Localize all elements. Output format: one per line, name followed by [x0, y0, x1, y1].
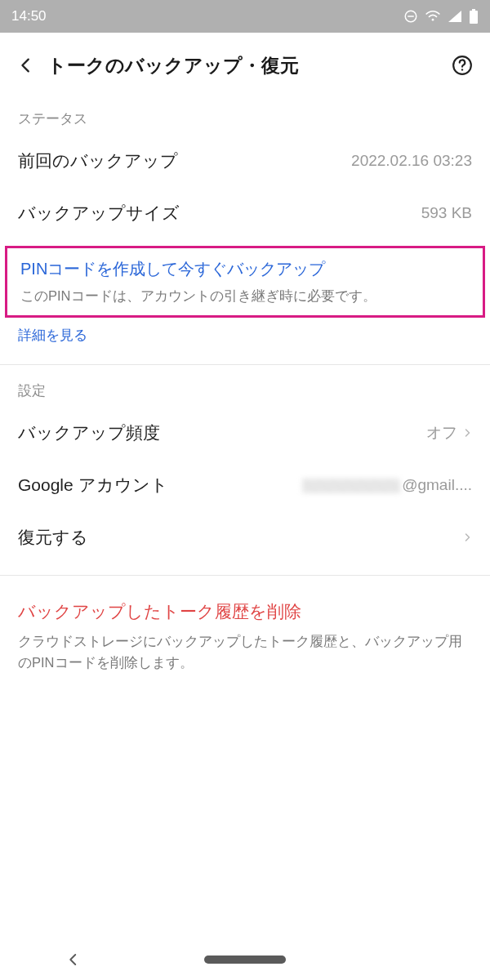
- delete-backup-subtitle: クラウドストレージにバックアップしたトーク履歴と、バックアップ用のPINコードを…: [18, 631, 472, 673]
- obscured-email-prefix: [302, 479, 400, 493]
- help-icon: [452, 55, 473, 76]
- chevron-right-icon: [462, 531, 472, 544]
- battery-icon: [469, 9, 479, 24]
- divider: [0, 364, 490, 365]
- row-google-account[interactable]: Google アカウント @gmail....: [0, 459, 490, 511]
- row-backup-frequency[interactable]: バックアップ頻度 オフ: [0, 407, 490, 459]
- backup-frequency-value-text: オフ: [426, 422, 457, 443]
- last-backup-value: 2022.02.16 03:23: [351, 152, 472, 170]
- row-last-backup: 前回のバックアップ 2022.02.16 03:23: [0, 135, 490, 187]
- chevron-right-icon: [462, 426, 472, 439]
- last-backup-label: 前回のバックアップ: [18, 149, 178, 172]
- status-icons: [403, 9, 479, 24]
- header: トークのバックアップ・復元: [0, 33, 490, 98]
- svg-point-6: [461, 69, 463, 70]
- restore-chevron-wrap: [462, 531, 472, 544]
- system-nav-bar: [0, 939, 490, 980]
- signal-icon: [448, 10, 462, 23]
- page-title: トークのバックアップ・復元: [47, 53, 448, 78]
- wifi-icon: [425, 10, 441, 23]
- status-bar: 14:50: [0, 0, 490, 33]
- svg-point-2: [432, 19, 434, 21]
- section-label-settings: 設定: [0, 370, 490, 407]
- backup-size-label: バックアップサイズ: [18, 202, 180, 225]
- status-time: 14:50: [11, 8, 47, 24]
- row-restore[interactable]: 復元する: [0, 511, 490, 564]
- svg-rect-4: [470, 11, 478, 24]
- google-account-label: Google アカウント: [18, 474, 168, 497]
- details-link[interactable]: 詳細を見る: [0, 318, 490, 359]
- delete-backup-title: バックアップしたトーク履歴を削除: [18, 600, 472, 623]
- chevron-left-icon: [17, 56, 35, 74]
- restore-label: 復元する: [18, 526, 88, 549]
- svg-rect-3: [472, 9, 475, 11]
- dnd-icon: [403, 9, 418, 24]
- pin-backup-title: PINコードを作成して今すぐバックアップ: [20, 258, 470, 280]
- backup-frequency-label: バックアップ頻度: [18, 421, 160, 444]
- nav-home-pill[interactable]: [204, 956, 286, 964]
- google-account-value: @gmail....: [302, 476, 472, 494]
- back-button[interactable]: [8, 47, 44, 83]
- pin-backup-button[interactable]: PINコードを作成して今すぐバックアップ このPINコードは、アカウントの引き継…: [5, 246, 485, 318]
- pin-backup-subtitle: このPINコードは、アカウントの引き継ぎ時に必要です。: [20, 287, 470, 305]
- help-button[interactable]: [448, 51, 477, 80]
- delete-backup-button[interactable]: バックアップしたトーク履歴を削除 クラウドストレージにバックアップしたトーク履歴…: [0, 581, 490, 681]
- nav-back-button[interactable]: [57, 952, 90, 967]
- section-label-status: ステータス: [0, 98, 490, 135]
- backup-frequency-value: オフ: [426, 422, 472, 443]
- divider: [0, 575, 490, 576]
- google-account-suffix: @gmail....: [402, 476, 472, 493]
- nav-back-icon: [66, 952, 81, 967]
- row-backup-size: バックアップサイズ 593 KB: [0, 187, 490, 239]
- backup-size-value: 593 KB: [421, 204, 472, 222]
